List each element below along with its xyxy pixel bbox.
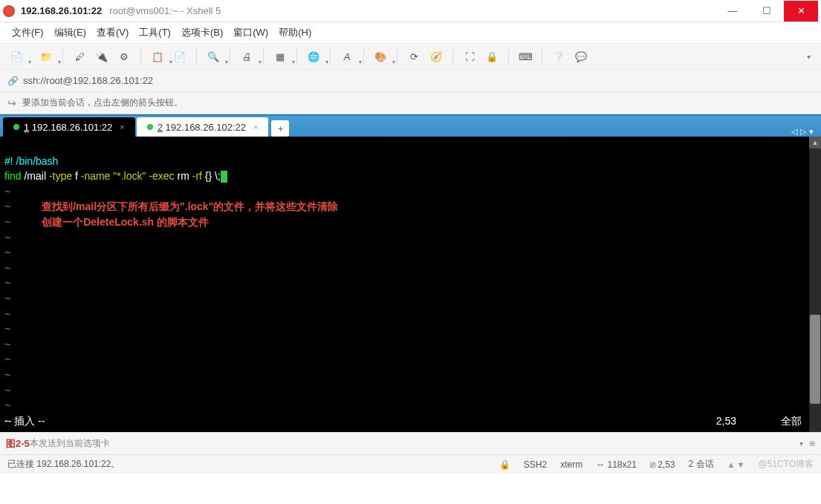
menubar: 文件(F) 编辑(E) 查看(V) 工具(T) 选项卡(B) 窗口(W) 帮助(… [0, 22, 821, 43]
menu-file[interactable]: 文件(F) [9, 24, 47, 41]
term-tilde: ~ [4, 353, 10, 365]
session-tabbar: 1 192.168.26.101:22 × 2 192.168.26.102:2… [0, 114, 821, 137]
window-titlebar: 192.168.26.101:22 root@vms001:~ - Xshell… [0, 0, 821, 22]
lock-icon[interactable]: 🔒 [481, 46, 502, 67]
separator [397, 48, 397, 65]
fullscreen-icon[interactable]: ⛶ [459, 46, 480, 67]
term-tilde: ~ [4, 399, 10, 411]
status-dot-icon [13, 124, 19, 130]
compose-dropdown-icon[interactable]: ▾ [799, 439, 803, 448]
arrow-forward-icon[interactable]: ↪ [7, 97, 16, 109]
layout-icon[interactable]: ▦ [270, 46, 291, 67]
cursor [221, 171, 227, 183]
title-host: 192.168.26.101:22 [21, 5, 102, 16]
tab-next-icon[interactable]: ▷ [800, 127, 806, 137]
menu-window[interactable]: 窗口(W) [230, 24, 271, 41]
compose-bar: 图2-5 本发送到当前选项卡 ▾ ≡ [0, 432, 821, 454]
tab-nav: ◁ ▷ ▾ [791, 127, 818, 137]
address-bar: 🔗 ssh://root@192.168.26.101:22 [0, 70, 821, 92]
separator [62, 48, 63, 65]
toolbar-overflow[interactable]: ▾ [802, 53, 815, 61]
tab-session-2[interactable]: 2 192.168.26.102:22 × [137, 117, 269, 137]
properties-icon[interactable]: ⚙ [114, 46, 134, 67]
tab-close-icon[interactable]: × [120, 122, 124, 131]
term-comment: 查找到/mail分区下所有后缀为".lock"的文件，并将这些文件清除 [42, 200, 338, 212]
term-tilde: ~ [4, 323, 10, 335]
separator [363, 48, 364, 65]
scroll-up-icon[interactable]: ▲ [809, 137, 821, 148]
globe-icon[interactable]: 🌐 [303, 46, 324, 67]
separator [196, 48, 197, 65]
compose-hint[interactable]: 本发送到当前选项卡 [30, 437, 110, 450]
keyboard-icon[interactable]: ⌨ [515, 46, 536, 67]
tab-close-icon[interactable]: × [253, 122, 258, 131]
separator [542, 48, 542, 65]
menu-edit[interactable]: 编辑(E) [51, 24, 89, 41]
term-tilde: ~ [4, 277, 10, 289]
print-icon[interactable]: 🖨 [236, 46, 257, 67]
watermark: @51CTO博客 [758, 458, 814, 471]
term-cmd: find [4, 170, 22, 182]
minimize-button[interactable]: — [715, 1, 750, 22]
nav-down-icon[interactable]: ▼ [736, 460, 744, 469]
menu-tools[interactable]: 工具(T) [136, 24, 174, 41]
term-tilde: ~ [4, 338, 10, 350]
tab-prev-icon[interactable]: ◁ [791, 127, 797, 137]
app-icon [3, 5, 15, 17]
term-tilde: ~ [4, 200, 10, 212]
term-tilde: ~ [4, 232, 10, 243]
menu-tabs[interactable]: 选项卡(B) [178, 24, 226, 41]
tab-number: 1 [24, 122, 29, 133]
vim-percent: 全部 [781, 414, 802, 429]
menu-view[interactable]: 查看(V) [94, 24, 132, 41]
tab-label: 192.168.26.101:22 [32, 122, 112, 133]
tab-add-button[interactable]: + [271, 120, 289, 137]
status-connected: 已连接 192.168.26.101:22。 [7, 458, 120, 471]
title-subtitle: root@vms001:~ - Xshell 5 [109, 5, 221, 16]
menu-help[interactable]: 帮助(H) [276, 24, 314, 41]
separator [452, 48, 453, 65]
new-session-icon[interactable]: 📄 [6, 46, 27, 67]
tab-label: 192.168.26.102:22 [166, 122, 246, 133]
compass-icon[interactable]: 🧭 [426, 46, 447, 67]
scroll-thumb[interactable] [810, 315, 820, 404]
help-icon[interactable]: ❔ [548, 46, 569, 67]
color-icon[interactable]: 🎨 [370, 46, 391, 67]
lock-small-icon: 🔒 [499, 459, 510, 470]
term-tilde: ~ [4, 308, 10, 320]
separator [330, 48, 331, 65]
address-text[interactable]: ssh://root@192.168.26.101:22 [23, 75, 153, 86]
window-controls: — ☐ ✕ [715, 1, 818, 22]
open-folder-icon[interactable]: 📁 [36, 46, 56, 67]
tab-session-1[interactable]: 1 192.168.26.101:22 × [3, 117, 135, 137]
term-tilde: ~ [4, 216, 10, 228]
search-icon[interactable]: 🔍 [203, 46, 224, 67]
terminal[interactable]: #! /bin/bash find /mail -type f -name "*… [0, 137, 821, 432]
vim-statusline: -- 插入 -- 2,53 全部 [4, 414, 817, 429]
term-tilde: ~ [4, 292, 10, 304]
tab-menu-icon[interactable]: ▾ [809, 127, 814, 137]
term-tilde: ~ [4, 262, 10, 274]
compose-menu-icon[interactable]: ≡ [809, 438, 815, 449]
maximize-button[interactable]: ☐ [750, 1, 784, 22]
separator [230, 48, 230, 65]
info-bar: ↪ 要添加当前会话，点击左侧的箭头按钮。 [0, 92, 821, 114]
refresh-icon[interactable]: ⟳ [403, 46, 424, 67]
status-cursor: 2,53 [658, 459, 675, 470]
separator [508, 48, 509, 65]
statusbar: 已连接 192.168.26.101:22。 🔒 SSH2 xterm ↔ 11… [0, 454, 821, 474]
terminal-scrollbar[interactable]: ▲ [809, 137, 821, 432]
paste-icon[interactable]: 📄 [169, 46, 190, 67]
font-icon[interactable]: A [337, 46, 357, 67]
copy-icon[interactable]: 📋 [147, 46, 168, 67]
close-button[interactable]: ✕ [784, 1, 818, 22]
info-text: 要添加当前会话，点击左侧的箭头按钮。 [22, 96, 183, 109]
term-tilde: ~ [4, 369, 10, 381]
nav-up-icon[interactable]: ▲ [727, 460, 736, 469]
disconnect-icon[interactable]: 🔌 [91, 46, 112, 67]
link-icon: 🔗 [7, 76, 19, 86]
chat-icon[interactable]: 💬 [571, 46, 591, 67]
reconnect-icon[interactable]: 🖊 [69, 46, 90, 67]
status-size: 118x21 [607, 459, 636, 470]
status-dot-icon [147, 124, 153, 130]
